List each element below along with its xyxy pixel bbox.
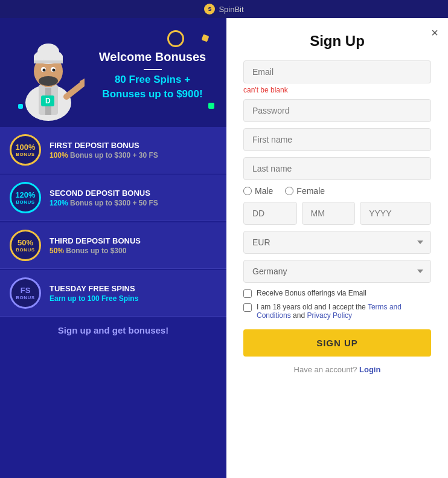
deco-dot-blue	[18, 104, 23, 109]
deco-dot-yellow	[202, 34, 210, 42]
bonus-badge-2: 120% BONUS	[10, 182, 41, 213]
gender-female-radio[interactable]	[285, 187, 293, 195]
currency-select[interactable]: EUR USD GBP	[243, 231, 431, 254]
bonus-email-label: Receive Bonus offerings via Email	[257, 289, 366, 297]
hero-title: Welcome Bonuses	[91, 50, 214, 64]
svg-line-16	[66, 83, 83, 97]
password-field[interactable]	[243, 99, 431, 122]
have-account-text: Have an account?	[294, 365, 357, 374]
bonus-badge-1: 100% BONUS	[10, 134, 41, 166]
deco-dot-green	[208, 103, 214, 109]
bonus-card-3: 50% BONUS THIRD DEPOSIT BONUS 50% Bonus …	[0, 222, 226, 269]
svg-rect-10	[34, 60, 63, 63]
bonus-info-4: TUESDAY FREE SPINS Earn up to 100 Free S…	[50, 284, 138, 303]
main-row: D	[0, 18, 448, 478]
svg-point-9	[37, 44, 59, 60]
svg-point-14	[43, 69, 46, 72]
svg-text:D: D	[45, 97, 51, 105]
hero-text: Welcome Bonuses 80 Free Spins + Bonuses …	[91, 50, 214, 102]
deco-coin	[167, 30, 184, 47]
bonus-email-row: Receive Bonus offerings via Email	[243, 289, 431, 298]
gender-male-option[interactable]: Male	[243, 186, 273, 196]
terms-checkbox[interactable]	[243, 303, 252, 312]
svg-line-17	[82, 80, 85, 82]
bonus-badge-3: 50% BONUS	[10, 230, 41, 261]
login-link[interactable]: Login	[359, 365, 380, 374]
country-select[interactable]: Germany France Spain Italy	[243, 260, 431, 283]
terms-label: I am 18 years old and I accept the Terms…	[257, 303, 431, 320]
gender-row: Male Female	[243, 186, 431, 196]
terms-row: I am 18 years old and I accept the Terms…	[243, 303, 431, 320]
left-panel: D	[0, 18, 226, 478]
svg-point-15	[53, 69, 56, 72]
bonus-info-3: THIRD DEPOSIT BONUS 50% Bonus up to $300	[50, 236, 141, 255]
dob-year-field[interactable]	[360, 202, 431, 225]
dob-month-field[interactable]	[302, 202, 356, 225]
logo-icon: S	[204, 4, 215, 15]
firstname-field[interactable]	[243, 128, 431, 151]
bonus-email-checkbox[interactable]	[243, 289, 252, 298]
dob-row	[243, 202, 431, 225]
bonus-list: 100% BONUS FIRST DEPOSIT BONUS 100% Bonu…	[0, 127, 226, 317]
signup-modal: × Sign Up can't be blank Male Female EUR…	[226, 18, 448, 478]
bonus-info-2: SECOND DEPOSIT BONUS 120% Bonus up to $3…	[50, 189, 158, 207]
gender-female-option[interactable]: Female	[285, 186, 325, 196]
top-bar: S SpinBit	[0, 0, 448, 18]
hero-character: D	[12, 30, 85, 121]
bonus-badge-4: FS BONUS	[10, 277, 41, 309]
signup-button[interactable]: SIGN UP	[243, 329, 431, 357]
brand-name: SpinBit	[219, 5, 243, 14]
bonus-card-1: 100% BONUS FIRST DEPOSIT BONUS 100% Bonu…	[0, 127, 226, 173]
bonus-card-2: 120% BONUS SECOND DEPOSIT BONUS 120% Bon…	[0, 175, 226, 221]
signup-cta: Sign up and get bonuses!	[0, 317, 226, 344]
hero-divider	[144, 69, 162, 70]
bonus-card-4: FS BONUS TUESDAY FREE SPINS Earn up to 1…	[0, 270, 226, 317]
hero-bonus: 80 Free Spins + Bonuses up to $900!	[91, 73, 214, 102]
privacy-link[interactable]: Privacy Policy	[307, 311, 352, 320]
email-error: can't be blank	[243, 86, 431, 94]
svg-point-11	[39, 76, 58, 86]
dob-day-field[interactable]	[243, 202, 297, 225]
gender-male-label: Male	[255, 186, 273, 196]
lastname-field[interactable]	[243, 157, 431, 180]
close-button[interactable]: ×	[431, 27, 438, 39]
gender-female-label: Female	[296, 186, 325, 196]
bonus-info-1: FIRST DEPOSIT BONUS 100% Bonus up to $30…	[50, 141, 158, 160]
modal-title: Sign Up	[243, 33, 431, 50]
email-field[interactable]	[243, 60, 431, 83]
hero-section: D	[0, 18, 226, 127]
gender-male-radio[interactable]	[243, 187, 252, 195]
login-row: Have an account? Login	[243, 365, 431, 374]
